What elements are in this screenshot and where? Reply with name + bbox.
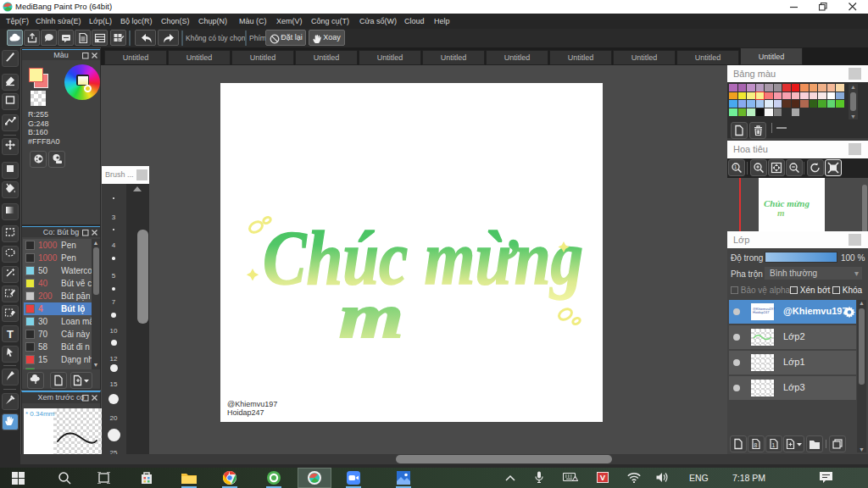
svg-text:Chúc mừng: Chúc mừng <box>263 214 583 301</box>
svg-text:1: 1 <box>734 164 737 169</box>
svg-text:Hoidap247: Hoidap247 <box>227 408 264 417</box>
svg-text:1: 1 <box>772 442 776 448</box>
svg-text:8: 8 <box>754 442 758 448</box>
svg-text:@Khiemvu197: @Khiemvu197 <box>227 400 277 408</box>
svg-text:m: m <box>339 281 403 351</box>
